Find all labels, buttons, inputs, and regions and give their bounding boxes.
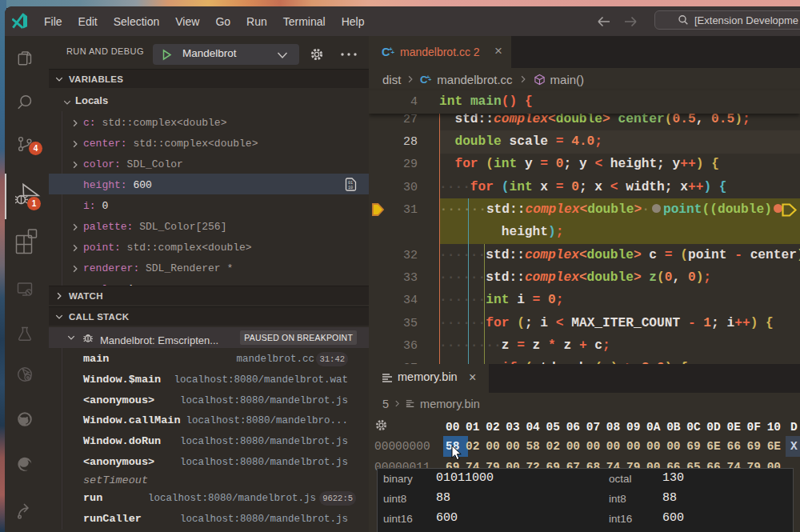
svg-text:10: 10 xyxy=(348,186,353,190)
svg-text:+: + xyxy=(429,76,432,82)
svg-text:+: + xyxy=(391,49,395,56)
